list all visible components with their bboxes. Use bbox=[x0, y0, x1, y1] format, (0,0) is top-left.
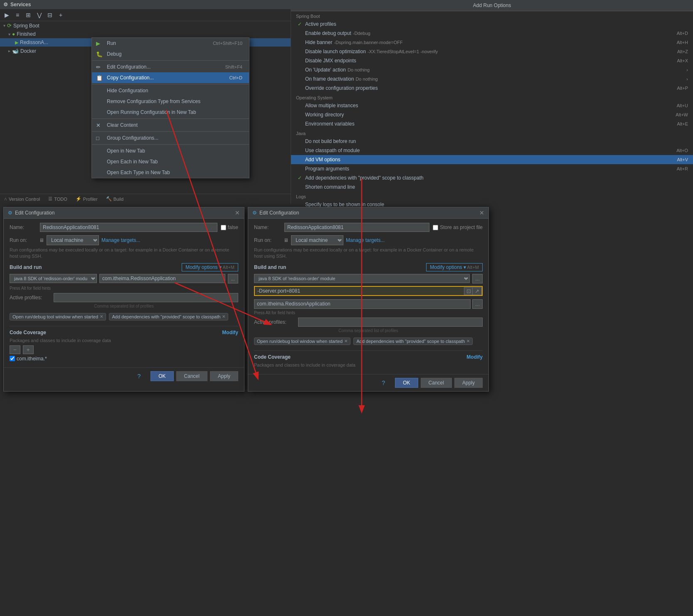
group-icon: □ bbox=[96, 135, 99, 141]
left-coverage-checkbox-1[interactable] bbox=[10, 356, 15, 361]
right-profiles-input[interactable] bbox=[298, 318, 483, 327]
right-vm-options-row: ⊡ ↗ bbox=[254, 286, 483, 298]
left-coverage-plus[interactable]: + bbox=[23, 345, 34, 354]
opt-disable-launch-opt[interactable]: Disable launch optimization-XX:TieredSto… bbox=[291, 47, 693, 56]
left-run-on-select[interactable]: Local machine bbox=[47, 235, 99, 245]
left-coverage-controls: − + bbox=[10, 345, 238, 354]
right-tag-1-close[interactable]: ✕ bbox=[344, 339, 348, 343]
config-icon-right: ⚙ bbox=[252, 210, 257, 216]
right-tag-1: Open run/debug tool window when started … bbox=[254, 338, 350, 345]
check-override bbox=[298, 85, 303, 91]
opt-disable-jmx[interactable]: Disable JMX endpoints Alt+X bbox=[291, 56, 693, 65]
opt-working-dir[interactable]: Working directory Alt+W bbox=[291, 110, 693, 119]
ctx-open-each-new-tab[interactable]: Open Each in New Tab bbox=[92, 156, 249, 167]
ctx-group-config[interactable]: □ Group Configurations... bbox=[92, 133, 249, 143]
left-dialog-body: Name: false Run on: 🖥 Local machine Mana… bbox=[4, 219, 244, 367]
right-vm-options-btn2[interactable]: ↗ bbox=[472, 287, 482, 295]
ctx-divider-5 bbox=[92, 144, 249, 145]
right-store-project-checkbox[interactable] bbox=[433, 225, 438, 230]
ctx-copy-config[interactable]: 📋 Copy Configuration... Ctrl+D bbox=[92, 72, 249, 83]
right-sdk-row: java 8 SDK of 'redisson-order' module ..… bbox=[254, 274, 483, 283]
add-button[interactable]: + bbox=[57, 11, 65, 19]
ctx-open-new-tab[interactable]: Open in New Tab bbox=[92, 145, 249, 156]
left-help-button[interactable]: ? bbox=[130, 371, 148, 381]
ctx-open-each-type[interactable]: Open Each Type in New Tab bbox=[92, 167, 249, 178]
opt-on-frame-deactivation[interactable]: On frame deactivationDo nothing › bbox=[291, 74, 693, 84]
todo-label: TODO bbox=[54, 197, 67, 202]
finished-icon: ● bbox=[12, 31, 15, 37]
left-apply-button[interactable]: Apply bbox=[210, 371, 238, 381]
right-close-button[interactable]: ✕ bbox=[479, 209, 484, 216]
ctx-remove-config[interactable]: Remove Configuration Type from Services bbox=[92, 96, 249, 107]
profiler-tab[interactable]: ⚡ Profiler bbox=[72, 194, 102, 204]
left-name-input[interactable] bbox=[40, 223, 217, 232]
left-coverage-modify-link[interactable]: Modify bbox=[222, 330, 238, 335]
right-help-button[interactable]: ? bbox=[374, 378, 392, 388]
opt-add-vm-options[interactable]: Add VM options Alt+V bbox=[291, 155, 693, 164]
left-tag-1-close[interactable]: ✕ bbox=[100, 314, 103, 319]
ctx-run[interactable]: ▶ Run Ctrl+Shift+F10 bbox=[92, 38, 249, 49]
left-ok-button[interactable]: OK bbox=[150, 371, 173, 381]
left-sdk-select-wrapper: java 8 SDK of 'redisson-order' module bbox=[10, 274, 97, 283]
left-cancel-button[interactable]: Cancel bbox=[176, 371, 207, 381]
opt-provided-scope[interactable]: ✓Add dependencies with "provided" scope … bbox=[291, 173, 693, 182]
tree-spring-boot[interactable]: ▾ ⟳ Spring Boot bbox=[0, 21, 291, 30]
ctx-debug[interactable]: 🐛 Debug bbox=[92, 49, 249, 59]
right-dialog-footer: ? OK Cancel Apply bbox=[248, 374, 488, 391]
right-run-on-select[interactable]: Local machine bbox=[291, 235, 343, 245]
right-tag-2-close[interactable]: ✕ bbox=[466, 339, 470, 343]
opt-use-classpath[interactable]: Use classpath of module Alt+O bbox=[291, 146, 693, 155]
ctx-clear-content[interactable]: ✕ Clear Content bbox=[92, 120, 249, 131]
opt-enable-debug[interactable]: Enable debug output-Ddebug Alt+D bbox=[291, 29, 693, 38]
left-manage-targets-link[interactable]: Manage targets... bbox=[101, 237, 140, 243]
todo-tab[interactable]: ☰ TODO bbox=[44, 194, 72, 204]
ctx-edit-config[interactable]: ✏ Edit Configuration... Shift+F4 bbox=[92, 62, 249, 72]
opt-no-build[interactable]: Do not build before run bbox=[291, 137, 693, 146]
left-main-class-browse[interactable]: ... bbox=[228, 274, 238, 283]
right-sdk-select[interactable]: java 8 SDK of 'redisson-order' module bbox=[254, 274, 470, 283]
left-main-class-input[interactable] bbox=[99, 274, 225, 283]
right-main-class-input[interactable] bbox=[254, 299, 471, 309]
filter-button[interactable]: ⋁ bbox=[35, 11, 43, 19]
tree-finished[interactable]: ▾ ● Finished bbox=[0, 30, 291, 38]
right-apply-button[interactable]: Apply bbox=[454, 378, 483, 388]
opt-program-args[interactable]: Program arguments Alt+R bbox=[291, 164, 693, 173]
vc-icon: ⑃ bbox=[4, 197, 7, 202]
left-sdk-select[interactable]: java 8 SDK of 'redisson-order' module bbox=[10, 274, 97, 283]
ctx-open-running[interactable]: Open Running Configuration in New Tab bbox=[92, 107, 249, 118]
right-main-class-browse[interactable]: ... bbox=[472, 299, 483, 309]
opt-override-config[interactable]: Override configuration properties Alt+P bbox=[291, 84, 693, 93]
left-close-button[interactable]: ✕ bbox=[235, 209, 240, 216]
left-store-project-checkbox[interactable] bbox=[221, 225, 226, 230]
opt-allow-multiple[interactable]: Allow multiple instances Alt+U bbox=[291, 101, 693, 110]
ctx-divider-1 bbox=[92, 60, 249, 61]
opt-hide-banner[interactable]: Hide banner-Dspring.main.banner-mode=OFF… bbox=[291, 38, 693, 47]
settings-button[interactable]: ⊟ bbox=[46, 11, 54, 19]
right-modify-options-button[interactable]: Modify options ▾ Alt+M bbox=[426, 263, 483, 271]
right-run-on-row: Run on: 🖥 Local machine Manage targets..… bbox=[254, 235, 483, 245]
right-vm-options-input[interactable] bbox=[254, 286, 483, 296]
right-name-input[interactable] bbox=[284, 223, 429, 232]
expand-all-button[interactable]: ⊞ bbox=[24, 11, 32, 19]
left-coverage-minus[interactable]: − bbox=[10, 345, 20, 354]
right-manage-targets-link[interactable]: Manage targets... bbox=[346, 237, 385, 243]
right-ok-button[interactable]: OK bbox=[395, 378, 418, 388]
build-tab[interactable]: 🔨 Build bbox=[102, 194, 128, 204]
opt-shorten-cmd[interactable]: Shorten command line bbox=[291, 182, 693, 192]
right-cancel-button[interactable]: Cancel bbox=[421, 378, 452, 388]
left-profiles-input[interactable] bbox=[54, 293, 238, 302]
ctx-hide-config[interactable]: Hide Configuration bbox=[92, 85, 249, 96]
collapse-all-button[interactable]: ≡ bbox=[13, 11, 22, 19]
right-modify-shortcut: Alt+M bbox=[467, 265, 479, 270]
opt-on-update[interactable]: On 'Update' actionDo nothing › bbox=[291, 65, 693, 74]
version-control-tab[interactable]: ⑃ Version Control bbox=[0, 194, 44, 204]
right-coverage-title-text: Code Coverage bbox=[254, 354, 291, 360]
right-sdk-browse[interactable]: ... bbox=[472, 274, 483, 283]
left-modify-options-button[interactable]: Modify options ▾ Alt+M bbox=[182, 263, 238, 271]
opt-env-vars[interactable]: Environment variables Alt+E bbox=[291, 119, 693, 128]
right-coverage-modify-link[interactable]: Modify bbox=[466, 354, 483, 360]
left-tag-2-close[interactable]: ✕ bbox=[222, 314, 225, 319]
opt-active-profiles[interactable]: ✓Active profiles bbox=[291, 20, 693, 29]
left-coverage-desc: Packages and classes to include in cover… bbox=[10, 338, 238, 343]
run-all-button[interactable]: ▶ bbox=[2, 11, 11, 19]
